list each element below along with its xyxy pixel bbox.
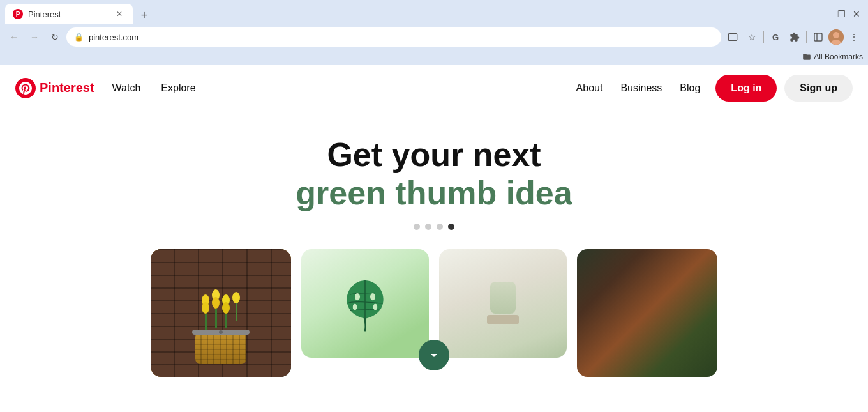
tab-area: P Pinterest ✕ + <box>5 4 819 24</box>
url-text: pinterest.com <box>89 33 714 42</box>
svg-point-4 <box>833 32 839 38</box>
carousel-dots <box>0 224 868 230</box>
svg-point-6 <box>355 293 360 300</box>
nav-explore-link[interactable]: Explore <box>153 77 203 99</box>
pinterest-page: Pinterest Watch Explore About Business B… <box>0 65 868 412</box>
all-bookmarks-link[interactable]: All Bookmarks <box>802 52 863 61</box>
image-card-center-right[interactable] <box>439 249 567 358</box>
image-card-right[interactable] <box>577 249 717 377</box>
tab-close-button[interactable]: ✕ <box>114 8 125 20</box>
nav-right-links: About Business Blog <box>569 77 708 99</box>
svg-point-7 <box>370 293 375 300</box>
screenshot-icon[interactable] <box>724 28 742 46</box>
forward-button[interactable]: → <box>26 28 43 46</box>
address-bar[interactable]: 🔒 pinterest.com <box>66 27 721 47</box>
sidebar-icon[interactable] <box>809 28 827 46</box>
carousel-dot-2[interactable] <box>425 224 431 230</box>
hero-line-1: Get your next <box>0 137 868 173</box>
carousel-dot-4[interactable] <box>448 224 454 230</box>
pinterest-logo[interactable]: Pinterest <box>15 78 94 98</box>
hero-section: Get your next green thumb idea <box>0 111 868 243</box>
toolbar-right: ☆ G ⋮ <box>724 28 863 46</box>
nav-watch-link[interactable]: Watch <box>105 77 149 99</box>
back-button[interactable]: ← <box>5 28 23 46</box>
close-window-button[interactable]: ✕ <box>850 8 863 20</box>
nav-about-link[interactable]: About <box>569 77 611 99</box>
minimize-button[interactable]: — <box>819 8 832 20</box>
address-bar-row: ← → ↻ 🔒 pinterest.com ☆ G ⋮ <box>0 24 868 51</box>
carousel-dot-3[interactable] <box>437 224 443 230</box>
grammarly-icon[interactable]: G <box>767 28 784 46</box>
new-tab-button[interactable]: + <box>135 6 153 24</box>
tab-favicon: P <box>13 9 23 19</box>
reload-button[interactable]: ↻ <box>46 28 64 46</box>
nav-links: Watch Explore <box>105 77 204 99</box>
chrome-menu-icon[interactable]: ⋮ <box>845 28 863 46</box>
hero-line-2: green thumb idea <box>0 173 868 213</box>
pinterest-p-icon <box>15 78 36 98</box>
carousel-dot-1[interactable] <box>414 224 420 230</box>
page-content: Get your next green thumb idea <box>0 111 868 377</box>
scroll-down-button[interactable] <box>419 340 449 370</box>
nav-right: About Business Blog Log in Sign up <box>569 75 853 102</box>
signup-button[interactable]: Sign up <box>784 75 853 102</box>
nav-blog-link[interactable]: Blog <box>672 77 708 99</box>
svg-point-8 <box>353 303 357 310</box>
image-card-left[interactable] <box>151 249 291 377</box>
maximize-button[interactable]: ❐ <box>835 8 848 20</box>
pinterest-nav: Pinterest Watch Explore About Business B… <box>0 65 868 111</box>
browser-tab[interactable]: P Pinterest ✕ <box>5 4 133 24</box>
login-button[interactable]: Log in <box>715 75 777 102</box>
bookmark-bar-divider <box>797 52 797 61</box>
extensions-icon[interactable] <box>786 28 804 46</box>
bookmark-star-icon[interactable]: ☆ <box>743 28 761 46</box>
bookmarks-bar: All Bookmarks <box>0 51 868 65</box>
image-card-center-left[interactable] <box>301 249 429 358</box>
nav-business-link[interactable]: Business <box>613 77 670 99</box>
svg-rect-1 <box>814 33 822 41</box>
toolbar-divider-2 <box>806 31 807 43</box>
title-bar: P Pinterest ✕ + — ❐ ✕ <box>0 0 868 24</box>
svg-point-9 <box>373 303 377 310</box>
all-bookmarks-label: All Bookmarks <box>814 52 863 61</box>
profile-avatar[interactable] <box>828 29 844 45</box>
browser-chrome: P Pinterest ✕ + — ❐ ✕ ← → ↻ 🔒 pinterest.… <box>0 0 868 65</box>
site-info-icon[interactable]: 🔒 <box>74 33 84 42</box>
svg-rect-0 <box>728 34 737 41</box>
tab-title: Pinterest <box>28 10 108 19</box>
window-controls: — ❐ ✕ <box>819 8 863 20</box>
pinterest-wordmark: Pinterest <box>40 80 94 95</box>
toolbar-divider <box>763 31 764 43</box>
